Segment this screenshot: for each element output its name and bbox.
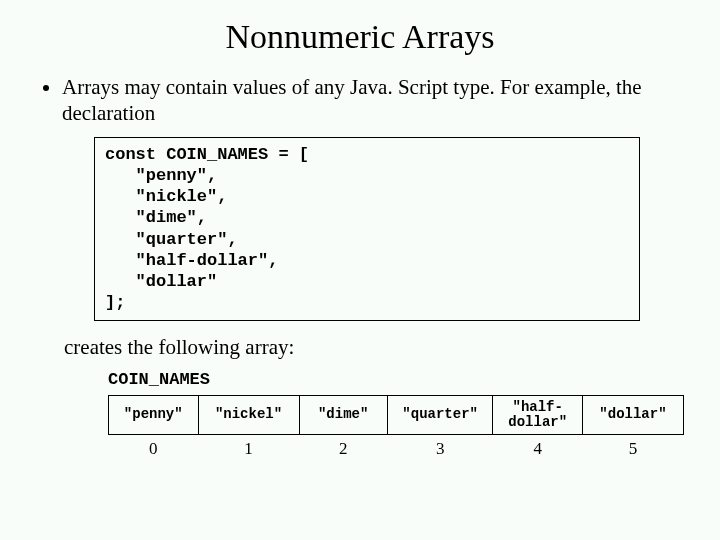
array-index-0: 0 [109,434,199,460]
array-index-1: 1 [198,434,299,460]
array-index-5: 5 [582,434,683,460]
array-index-4: 4 [493,434,583,460]
array-indices-row: 0 1 2 3 4 5 [109,434,684,460]
code-block: const COIN_NAMES = [ "penny", "nickle", … [94,137,640,321]
array-index-3: 3 [387,434,493,460]
array-cell-5: "dollar" [582,395,683,434]
array-diagram: "penny" "nickel" "dime" "quarter" "half-… [108,395,684,460]
array-cell-3: "quarter" [387,395,493,434]
array-cell-0: "penny" [109,395,199,434]
array-values-row: "penny" "nickel" "dime" "quarter" "half-… [109,395,684,434]
array-variable-label: COIN_NAMES [108,370,684,389]
followup-text: creates the following array: [64,335,684,360]
slide-title: Nonnumeric Arrays [36,18,684,56]
array-cell-4: "half- dollar" [493,395,583,434]
bullet-item-1: Arrays may contain values of any Java. S… [62,74,684,127]
array-cell-1: "nickel" [198,395,299,434]
bullet-list: Arrays may contain values of any Java. S… [36,74,684,127]
array-index-2: 2 [299,434,387,460]
array-cell-2: "dime" [299,395,387,434]
slide: Nonnumeric Arrays Arrays may contain val… [0,0,720,540]
array-table: "penny" "nickel" "dime" "quarter" "half-… [108,395,684,460]
